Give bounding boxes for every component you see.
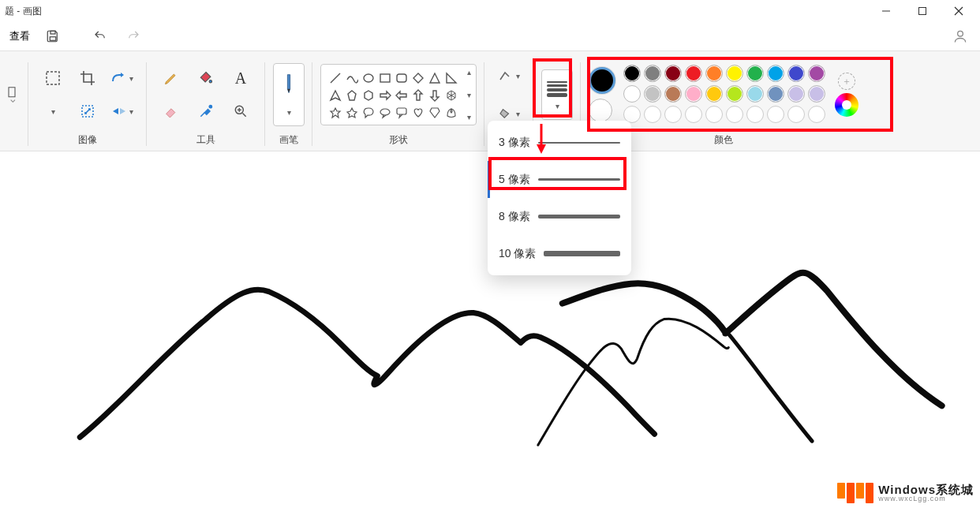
fill-tool[interactable] — [189, 62, 223, 94]
flip-tool[interactable]: ▾ — [106, 95, 139, 127]
outline-dropdown[interactable]: ▾ — [492, 60, 526, 92]
shape-item[interactable] — [394, 87, 410, 103]
chevron-down-icon: ▾ — [129, 107, 133, 116]
shape-item[interactable] — [344, 104, 360, 121]
color-swatch[interactable] — [746, 65, 764, 82]
edit-colors-button[interactable] — [835, 93, 858, 117]
color-swatch[interactable] — [644, 65, 661, 82]
brush-tool[interactable]: ▾ — [273, 63, 305, 126]
shape-item[interactable] — [394, 104, 410, 121]
color-swatch[interactable] — [726, 65, 743, 82]
chevron-down-icon: ▾ — [287, 108, 291, 117]
shape-item[interactable] — [344, 69, 360, 86]
color-swatch[interactable] — [623, 85, 641, 103]
shape-item[interactable] — [410, 104, 426, 121]
color-swatch[interactable] — [726, 106, 743, 123]
svg-line-12 — [243, 114, 246, 117]
size-option[interactable]: 3 像素 — [488, 124, 631, 161]
shape-item[interactable] — [327, 69, 343, 86]
watermark: Windows系统城 www.wxcLgg.com — [837, 483, 974, 503]
save-button[interactable] — [36, 24, 69, 49]
shape-item[interactable] — [443, 87, 459, 103]
text-tool[interactable]: A — [224, 62, 257, 94]
scroll-up-icon[interactable]: ▴ — [463, 68, 474, 77]
pencil-tool[interactable] — [155, 62, 188, 94]
minimize-button[interactable] — [868, 0, 904, 22]
shape-item[interactable] — [427, 69, 443, 86]
shape-item[interactable] — [410, 87, 426, 103]
resize-tool[interactable] — [71, 95, 104, 127]
color-swatch[interactable] — [644, 85, 661, 103]
magnifier-tool[interactable] — [224, 95, 257, 127]
redo-button[interactable] — [117, 24, 150, 49]
svg-point-10 — [209, 106, 211, 108]
color-swatch[interactable] — [623, 65, 641, 82]
maximize-button[interactable] — [904, 0, 941, 22]
group-label: 图像 — [78, 133, 97, 151]
select-tool[interactable] — [36, 62, 69, 94]
size-option[interactable]: 8 像素 — [488, 198, 631, 235]
shape-item[interactable] — [377, 69, 393, 86]
shape-item[interactable] — [327, 87, 343, 103]
shape-item[interactable] — [361, 87, 376, 103]
shape-item[interactable] — [443, 104, 459, 121]
shape-item[interactable] — [344, 87, 360, 103]
paste-button[interactable] — [3, 79, 21, 110]
color-swatch[interactable] — [705, 65, 723, 82]
color-swatch[interactable] — [787, 85, 805, 103]
color-swatch[interactable] — [808, 106, 825, 123]
color-2[interactable] — [589, 99, 612, 122]
add-color-button[interactable]: ＋ — [838, 73, 855, 90]
shape-item[interactable] — [377, 87, 393, 103]
color-swatch[interactable] — [726, 85, 743, 103]
select-dropdown[interactable]: ▾ — [36, 95, 69, 127]
color-1[interactable] — [589, 67, 615, 94]
group-label: 工具 — [196, 133, 215, 151]
color-swatch[interactable] — [787, 106, 805, 123]
shape-item[interactable] — [327, 104, 343, 121]
color-swatch[interactable] — [808, 65, 825, 82]
color-swatch[interactable] — [767, 85, 784, 103]
color-swatch[interactable] — [746, 106, 764, 123]
svg-point-19 — [380, 109, 390, 115]
shape-item[interactable] — [394, 69, 410, 86]
size-preview-bar — [538, 215, 620, 219]
color-swatch[interactable] — [644, 106, 661, 123]
color-swatch[interactable] — [808, 85, 825, 103]
color-swatch[interactable] — [767, 106, 784, 123]
undo-button[interactable] — [84, 24, 117, 49]
gallery-scrollbar[interactable]: ▴ ▾ ▾ — [463, 68, 474, 121]
close-button[interactable] — [941, 0, 977, 22]
color-swatch[interactable] — [664, 85, 682, 103]
color-swatch[interactable] — [664, 65, 682, 82]
color-swatch[interactable] — [705, 85, 723, 103]
color-swatch[interactable] — [787, 65, 805, 82]
scroll-down-icon[interactable]: ▾ — [463, 91, 474, 99]
size-dropdown-button[interactable]: ▾ — [541, 69, 573, 120]
account-icon[interactable] — [944, 24, 977, 49]
crop-tool[interactable] — [71, 62, 104, 94]
eyedropper-tool[interactable] — [189, 95, 223, 127]
color-swatch[interactable] — [685, 106, 702, 123]
color-swatch[interactable] — [664, 106, 682, 123]
color-swatch[interactable] — [746, 85, 764, 103]
color-swatch[interactable] — [685, 85, 702, 103]
shape-item[interactable] — [427, 87, 443, 103]
scroll-expand-icon[interactable]: ▾ — [463, 113, 474, 121]
color-swatch[interactable] — [705, 106, 723, 123]
size-option[interactable]: 10 像素 — [488, 235, 631, 272]
color-swatch[interactable] — [685, 65, 702, 82]
color-swatch[interactable] — [767, 65, 784, 82]
shapes-gallery[interactable]: ▴ ▾ ▾ — [320, 64, 477, 125]
view-menu[interactable]: 查看 — [3, 24, 36, 49]
shape-item[interactable] — [443, 69, 459, 86]
shape-item[interactable] — [377, 104, 393, 121]
group-label: 形状 — [389, 133, 408, 151]
size-option[interactable]: 5 像素 — [488, 161, 631, 198]
eraser-tool[interactable] — [155, 95, 188, 127]
shape-item[interactable] — [361, 69, 376, 86]
shape-item[interactable] — [427, 104, 443, 121]
shape-item[interactable] — [361, 104, 376, 121]
shape-item[interactable] — [410, 69, 426, 86]
rotate-tool[interactable]: ▾ — [106, 62, 139, 94]
